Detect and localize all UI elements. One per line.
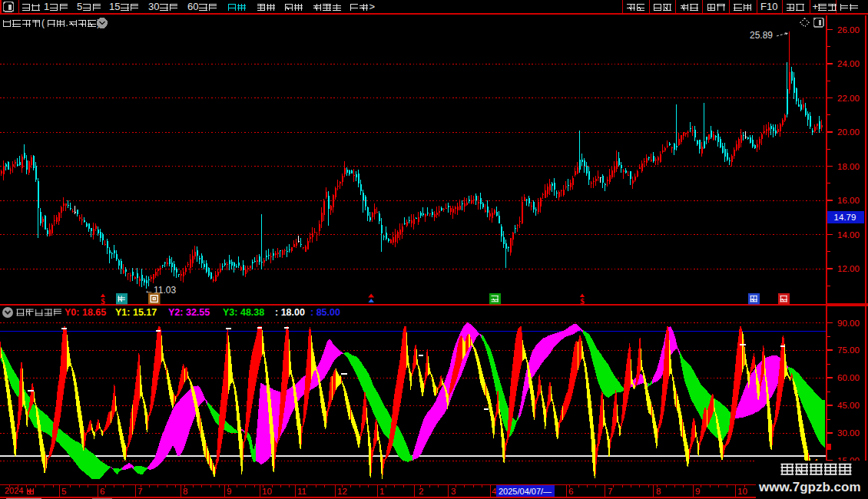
- svg-text:+: +: [813, 1, 819, 12]
- svg-text:22.00: 22.00: [837, 94, 860, 103]
- svg-text:26.00: 26.00: [837, 25, 860, 35]
- svg-text:60: 60: [187, 1, 198, 12]
- svg-text:75.00: 75.00: [837, 345, 860, 355]
- svg-text:90.00: 90.00: [837, 319, 860, 328]
- svg-text:60.00: 60.00: [837, 373, 860, 382]
- svg-text:F10: F10: [760, 1, 777, 12]
- svg-text:6: 6: [100, 487, 104, 496]
- svg-text:14.79: 14.79: [834, 213, 856, 222]
- svg-text:15: 15: [109, 1, 120, 12]
- svg-text:1: 1: [379, 487, 384, 496]
- svg-text:1: 1: [44, 1, 49, 12]
- svg-text:: 85.00: : 85.00: [310, 307, 340, 318]
- svg-text:7: 7: [608, 487, 612, 496]
- svg-text:(: (: [41, 18, 45, 28]
- svg-text:$: $: [101, 296, 105, 306]
- svg-text:5: 5: [77, 1, 82, 12]
- svg-text:9: 9: [695, 487, 700, 496]
- svg-text:3: 3: [451, 487, 456, 496]
- svg-text:12.00: 12.00: [837, 264, 860, 273]
- svg-text:8: 8: [183, 487, 187, 496]
- svg-text:7: 7: [137, 487, 142, 496]
- svg-text:11: 11: [297, 487, 306, 496]
- svg-text:16.00: 16.00: [837, 196, 860, 205]
- svg-text:Y1: 15.17: Y1: 15.17: [115, 307, 157, 318]
- svg-text:10: 10: [262, 487, 272, 496]
- svg-text:45.00: 45.00: [837, 401, 860, 410]
- svg-text:Y0: 18.65: Y0: 18.65: [65, 307, 106, 318]
- svg-text:20.00: 20.00: [837, 127, 860, 137]
- svg-text:2025/04/07/—: 2025/04/07/—: [499, 487, 552, 496]
- svg-text:9: 9: [227, 487, 231, 496]
- svg-text:www.7gpzb.com: www.7gpzb.com: [758, 480, 861, 494]
- svg-text:24.00: 24.00: [837, 59, 860, 68]
- svg-text:4: 4: [492, 487, 497, 496]
- svg-text:30: 30: [148, 1, 159, 12]
- svg-text:10: 10: [737, 487, 747, 496]
- svg-text:2: 2: [419, 487, 423, 496]
- svg-text:$: $: [580, 296, 585, 306]
- svg-text:5: 5: [61, 487, 66, 496]
- svg-text:18.00: 18.00: [837, 162, 860, 171]
- svg-text:Y2: 32.55: Y2: 32.55: [168, 307, 210, 318]
- svg-text:6: 6: [568, 487, 573, 496]
- svg-text:25.89: 25.89: [750, 30, 773, 41]
- svg-text:2024: 2024: [5, 486, 23, 495]
- svg-text:: 18.00: : 18.00: [275, 307, 305, 318]
- svg-text:>: >: [369, 1, 375, 12]
- svg-text:.: .: [66, 18, 68, 28]
- svg-text:30.00: 30.00: [837, 428, 860, 438]
- svg-text:8: 8: [656, 487, 661, 496]
- svg-text:12: 12: [337, 487, 347, 496]
- svg-text:Y3: 48.38: Y3: 48.38: [223, 307, 264, 318]
- svg-text:14.00: 14.00: [837, 230, 860, 240]
